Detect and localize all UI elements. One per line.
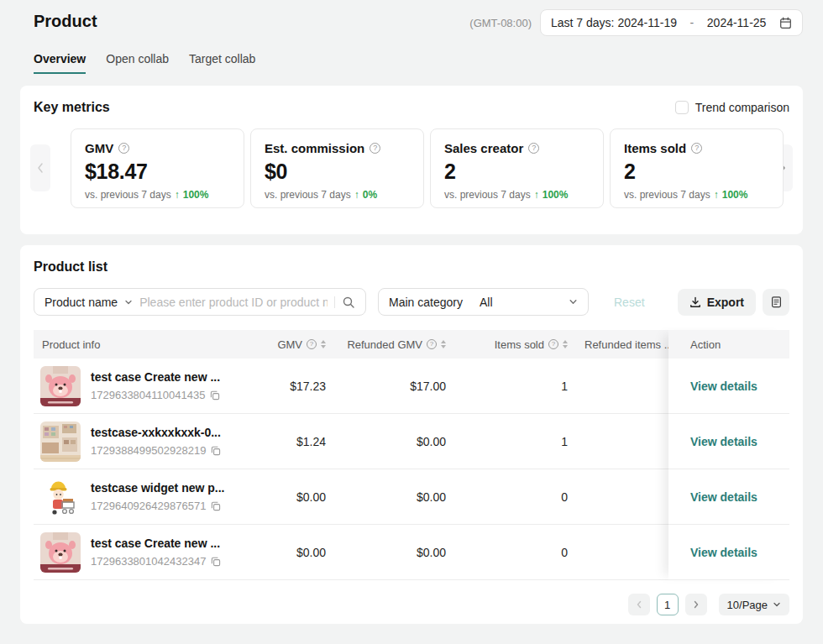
filter-bar: Product name Main category All Reset Exp… [34,288,789,316]
tab-target-collab[interactable]: Target collab [189,52,255,74]
main-category-select[interactable]: Main category All [378,288,589,316]
help-icon[interactable]: ? [370,143,380,154]
product-table: Product info GMV ? Refunded GMV ? Items … [34,330,789,580]
help-icon[interactable]: ? [691,143,702,154]
product-info-cell: testcase-xxkxxkxxk-0... 1729388499502928… [34,421,214,462]
metric-compare-label: vs. previous 7 days [444,189,531,201]
date-range-picker[interactable]: Last 7 days: 2024-11-19 - 2024-11-25 [540,9,803,36]
search-input[interactable] [139,296,328,309]
product-image-miniature-room [40,421,81,462]
reset-button[interactable]: Reset [614,296,645,309]
trend-comparison-checkbox[interactable] [675,101,689,114]
metric-card-est-commission: Est. commission ? $0 vs. previous 7 days… [250,128,424,208]
arrow-up-icon: ↑ [354,189,359,201]
items-sold-value: 1 [446,380,568,393]
pagination: 1 10/Page [628,594,789,615]
refunded-gmv-value: $0.00 [326,546,446,559]
chevron-down-icon [773,600,781,609]
divider [334,296,335,308]
product-info-cell: testcase widget new p... 172964092642987… [34,477,214,517]
column-label: GMV [277,338,302,351]
metric-label: Est. commission [265,141,364,155]
page-size-select[interactable]: 10/Page [719,594,789,615]
metric-value: $18.47 [85,160,230,184]
view-details-link[interactable]: View details [690,546,757,559]
product-info-cell: test case Create new ... 172963380104243… [34,532,214,573]
product-image-loopy [40,532,81,573]
help-icon[interactable]: ? [307,339,317,349]
product-info-cell: test case Create new ... 172963380411004… [34,366,214,406]
tab-overview[interactable]: Overview [34,52,86,74]
metric-delta: 100% [543,189,569,201]
view-details-link[interactable]: View details [690,380,757,393]
product-name: testcase-xxkxxkxxk-0... [91,426,221,439]
product-text: test case Create new ... 172963380104243… [91,537,221,568]
help-icon[interactable]: ? [118,143,129,154]
column-label: Items sold [495,338,544,351]
chevron-left-icon [36,162,45,174]
date-range-separator: - [690,16,695,29]
product-id: 1729640926429876571 [91,500,206,512]
product-name: test case Create new ... [91,537,221,550]
search-field-selector[interactable]: Product name [45,296,118,309]
metric-card-gmv: GMV ? $18.47 vs. previous 7 days ↑ 100% [71,128,244,208]
chevron-down-icon [569,297,578,306]
column-refunded-items: Refunded items ... ? [568,338,672,351]
arrow-up-icon: ↑ [714,189,719,201]
prev-page-button[interactable] [628,594,650,615]
column-items-sold: Items sold ? [446,338,568,351]
tab-bar: Overview Open collab Target collab [34,52,255,74]
page-title: Product [34,12,97,31]
view-details-link[interactable]: View details [690,490,757,504]
refunded-gmv-value: $0.00 [326,490,446,504]
refunded-gmv-value: $0.00 [326,435,446,448]
page-size-value: 10/Page [727,599,768,611]
action-column: Action View details View details View de… [668,330,789,580]
metric-delta: 0% [363,189,377,201]
help-icon[interactable]: ? [427,339,437,349]
items-sold-value: 0 [446,490,568,504]
product-id: 1729633801042432347 [91,555,206,568]
metric-value: 2 [624,160,769,184]
gmv-value: $17.23 [214,380,326,393]
metric-label: Items sold [624,141,686,155]
tab-open-collab[interactable]: Open collab [106,52,169,74]
chevron-down-icon[interactable] [124,298,133,306]
refunded-gmv-value: $17.00 [326,380,446,393]
gmv-value: $0.00 [214,490,326,504]
help-icon[interactable]: ? [528,143,539,154]
metric-card-items-sold: Items sold ? 2 vs. previous 7 days ↑ 100… [610,128,784,208]
metric-value: $0 [265,160,410,184]
main-category-label: Main category [389,296,463,309]
metric-label: Sales creator [444,141,523,155]
view-details-link[interactable]: View details [690,435,757,448]
column-gmv: GMV ? [214,338,326,351]
metric-delta: 100% [183,189,209,201]
page-number[interactable]: 1 [657,594,679,615]
calendar-icon[interactable] [779,17,792,29]
main-category-value: All [480,296,493,309]
product-list-panel: Product list Product name Main category … [20,245,803,624]
search-icon[interactable] [342,296,355,309]
product-text: testcase-xxkxxkxxk-0... 1729388499502928… [91,426,221,457]
column-label: Refunded items ... [584,338,674,351]
arrow-up-icon: ↑ [175,189,180,201]
next-page-button[interactable] [685,594,707,615]
export-button[interactable]: Export [678,289,756,316]
column-product-info: Product info [34,338,214,351]
gmv-value: $0.00 [214,546,326,559]
timezone-label: (GMT-08:00) [469,17,532,29]
report-list-button[interactable] [763,289,789,316]
date-range-end: 2024-11-25 [707,16,767,29]
column-refunded-gmv: Refunded GMV ? [326,338,446,351]
items-sold-value: 0 [446,546,568,559]
column-label: Refunded GMV [347,338,422,351]
trend-comparison-toggle[interactable]: Trend comparison [675,101,789,114]
help-icon[interactable]: ? [548,339,558,349]
metric-compare-label: vs. previous 7 days [85,189,171,201]
product-search: Product name [34,288,366,316]
metrics-prev-button[interactable] [30,144,50,191]
column-label: Action [690,338,721,351]
chevron-left-icon [636,600,642,609]
column-action: Action [668,330,789,359]
